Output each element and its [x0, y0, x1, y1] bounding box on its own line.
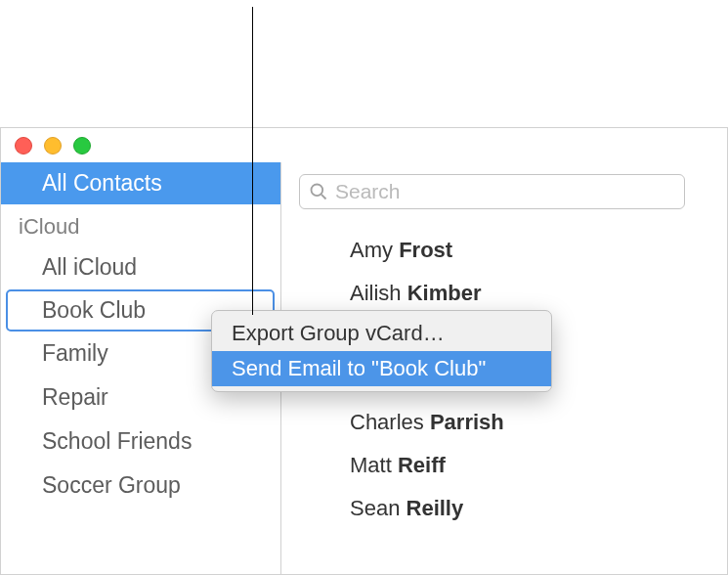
contact-row[interactable]: Ailish Kimber	[350, 272, 709, 315]
callout-line	[252, 7, 253, 315]
sidebar-all-contacts[interactable]: All Contacts	[1, 162, 280, 204]
svg-line-1	[321, 195, 326, 199]
contact-last-name: Kimber	[407, 281, 482, 305]
sidebar-item-soccer-group[interactable]: Soccer Group	[1, 464, 280, 508]
contact-row[interactable]: Charles Parrish	[350, 401, 709, 444]
sidebar-section-icloud: iCloud	[1, 204, 280, 245]
contact-last-name: Reiff	[398, 453, 446, 477]
menu-item-export-vcard[interactable]: Export Group vCard…	[212, 316, 551, 351]
contact-first-name: Amy	[350, 238, 393, 262]
zoom-button[interactable]	[73, 137, 91, 155]
contact-row[interactable]: Sean Reilly	[350, 487, 709, 530]
contact-last-name: Frost	[399, 238, 452, 262]
search-placeholder: Search	[335, 180, 401, 203]
menu-item-send-email[interactable]: Send Email to "Book Club"	[212, 351, 551, 386]
contact-first-name: Ailish	[350, 281, 402, 305]
minimize-button[interactable]	[44, 137, 62, 155]
contact-last-name: Reilly	[407, 496, 464, 520]
context-menu: Export Group vCard… Send Email to "Book …	[211, 310, 552, 392]
contact-row[interactable]: Matt Reiff	[350, 444, 709, 487]
contact-row[interactable]: Amy Frost	[350, 229, 709, 272]
sidebar-item-school-friends[interactable]: School Friends	[1, 420, 280, 464]
svg-point-0	[312, 185, 323, 197]
titlebar	[1, 128, 727, 162]
close-button[interactable]	[15, 137, 32, 155]
contact-first-name: Matt	[350, 453, 392, 477]
contact-last-name: Parrish	[430, 410, 504, 434]
search-input[interactable]: Search	[299, 174, 685, 209]
contact-first-name: Sean	[350, 496, 400, 520]
sidebar-item-all-icloud[interactable]: All iCloud	[1, 245, 280, 289]
contact-first-name: Charles	[350, 410, 424, 434]
search-icon	[309, 182, 328, 201]
